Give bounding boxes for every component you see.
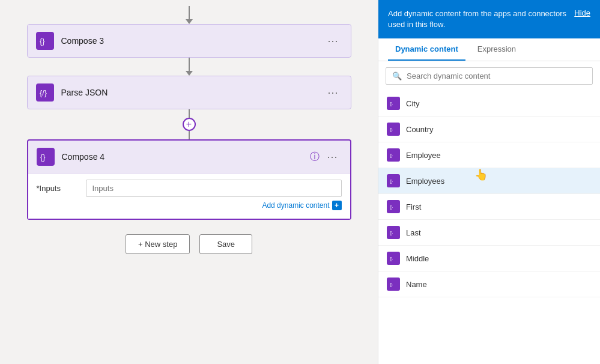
- parse-json-menu-button[interactable]: ···: [324, 85, 342, 100]
- dynamic-item-icon: {}: [387, 174, 400, 187]
- compose4-icon: {}: [37, 148, 55, 166]
- dynamic-item[interactable]: {}Country: [378, 117, 600, 142]
- dynamic-item-icon: {}: [387, 252, 400, 265]
- tab-expression[interactable]: Expression: [470, 38, 523, 61]
- new-step-button[interactable]: + New step: [126, 234, 190, 254]
- dynamic-item[interactable]: {}Name: [378, 271, 600, 297]
- tab-dynamic-content[interactable]: Dynamic content: [388, 38, 465, 61]
- flow-canvas: {} Compose 3 ··· {/} Parse JSON ··· + {}: [0, 0, 378, 364]
- svg-text:{}: {}: [390, 205, 393, 210]
- save-button[interactable]: Save: [199, 234, 252, 254]
- add-dynamic-content-link[interactable]: Add dynamic content +: [262, 201, 341, 210]
- svg-text:{}: {}: [390, 179, 393, 184]
- parse-json-icon: {/}: [36, 83, 54, 102]
- dynamic-item-label: Employee: [406, 151, 441, 160]
- inputs-field[interactable]: [86, 180, 342, 197]
- dynamic-item-icon: {}: [387, 226, 400, 239]
- parse-json-card: {/} Parse JSON ···: [27, 76, 351, 109]
- search-box: 🔍: [386, 67, 593, 85]
- compose3-icon: {}: [36, 32, 54, 50]
- compose4-menu-button[interactable]: ···: [323, 150, 341, 165]
- svg-text:{/}: {/}: [40, 89, 47, 97]
- dynamic-item[interactable]: {}Middle: [378, 246, 600, 271]
- hide-button[interactable]: Hide: [574, 8, 590, 17]
- compose4-body: *Inputs Add dynamic content +: [28, 173, 350, 219]
- compose4-info-button[interactable]: ⓘ: [310, 151, 320, 163]
- dynamic-item[interactable]: {}City: [378, 91, 600, 117]
- dynamic-item-icon: {}: [387, 148, 400, 162]
- svg-text:{}: {}: [390, 256, 393, 261]
- svg-text:{}: {}: [40, 37, 44, 46]
- dynamic-item-icon: {}: [387, 278, 400, 291]
- dynamic-item-label: Employees: [406, 177, 444, 186]
- dynamic-item-label: Name: [406, 280, 427, 289]
- parse-json-title: Parse JSON: [61, 88, 324, 97]
- compose4-card: {} Compose 4 ⓘ ··· *Inputs Add dynamic c…: [27, 139, 351, 220]
- dynamic-item-icon: {}: [387, 97, 400, 110]
- dynamic-item-icon: {}: [387, 200, 400, 213]
- svg-text:{}: {}: [40, 153, 45, 162]
- svg-text:{}: {}: [390, 127, 393, 132]
- dynamic-item-icon: {}: [387, 123, 400, 136]
- compose3-menu-button[interactable]: ···: [324, 34, 342, 49]
- dynamic-item-label: Middle: [406, 254, 429, 263]
- compose3-title: Compose 3: [61, 36, 324, 46]
- compose4-title: Compose 4: [62, 152, 311, 162]
- panel-header: Add dynamic content from the apps and co…: [378, 0, 600, 38]
- dynamic-item-label: Country: [406, 125, 434, 134]
- dynamic-item[interactable]: {}Employees👆: [378, 168, 600, 194]
- dynamic-content-list: {}City{}Country{}Employee{}Employees👆{}F…: [378, 91, 600, 364]
- top-arrow: [186, 6, 193, 24]
- search-input[interactable]: [407, 71, 586, 80]
- panel-header-text: Add dynamic content from the apps and co…: [388, 8, 567, 30]
- search-icon: 🔍: [392, 71, 402, 80]
- dynamic-item-label: First: [406, 202, 421, 211]
- add-dynamic-content-text: Add dynamic content: [262, 201, 329, 210]
- svg-text:{}: {}: [390, 153, 393, 158]
- bottom-actions: + New step Save: [126, 234, 252, 254]
- add-dynamic-icon: +: [332, 201, 342, 210]
- inputs-label: *Inputs: [37, 184, 79, 193]
- svg-text:{}: {}: [390, 231, 393, 235]
- svg-text:{}: {}: [390, 282, 393, 287]
- dynamic-item[interactable]: {}Last: [378, 220, 600, 246]
- dynamic-content-panel: Add dynamic content from the apps and co…: [378, 0, 600, 364]
- dynamic-item-label: City: [406, 99, 419, 108]
- svg-text:{}: {}: [390, 102, 393, 106]
- panel-tabs: Dynamic content Expression: [378, 38, 600, 61]
- dynamic-item-label: Last: [406, 228, 421, 237]
- dynamic-item[interactable]: {}Employee: [378, 142, 600, 168]
- plus-connector: +: [183, 109, 196, 139]
- compose3-card: {} Compose 3 ···: [27, 24, 351, 58]
- dynamic-item[interactable]: {}First: [378, 194, 600, 220]
- arrow-1: [186, 58, 193, 76]
- add-step-button[interactable]: +: [183, 118, 196, 131]
